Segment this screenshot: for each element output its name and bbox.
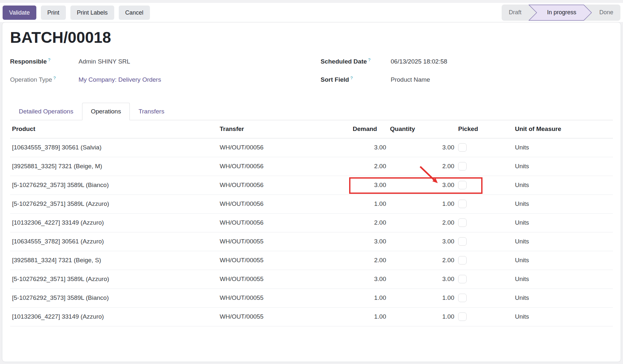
tab-operations[interactable]: Operations bbox=[82, 103, 130, 120]
quantity-cell[interactable]: 3.00 bbox=[388, 176, 456, 194]
transfer-cell[interactable]: WH/OUT/00055 bbox=[218, 288, 351, 307]
demand-cell[interactable]: 1.00 bbox=[351, 194, 388, 213]
sort-field-value[interactable]: Product Name bbox=[391, 76, 430, 83]
scheduled-date-value[interactable]: 06/13/2025 18:02:58 bbox=[391, 58, 447, 65]
demand-cell[interactable]: 2.00 bbox=[351, 213, 388, 232]
uom-cell[interactable]: Units bbox=[513, 194, 613, 213]
product-cell[interactable]: [5-10276292_3573] 3589L (Bianco) bbox=[10, 288, 218, 307]
table-row[interactable]: [10634555_3782] 30561 (Azzuro)WH/OUT/000… bbox=[10, 232, 613, 251]
print-labels-button[interactable]: Print Labels bbox=[70, 6, 114, 20]
col-header-quantity[interactable]: Quantity bbox=[388, 120, 456, 138]
operations-table: Product Transfer Demand Quantity Picked … bbox=[10, 120, 613, 326]
quantity-cell[interactable]: 1.00 bbox=[388, 194, 456, 213]
transfer-cell[interactable]: WH/OUT/00056 bbox=[218, 138, 351, 157]
transfer-cell[interactable]: WH/OUT/00055 bbox=[218, 251, 351, 270]
uom-cell[interactable]: Units bbox=[513, 176, 613, 194]
uom-cell[interactable]: Units bbox=[513, 270, 613, 288]
product-cell[interactable]: [10132306_4227] 33149 (Azzuro) bbox=[10, 307, 218, 326]
quantity-cell[interactable]: 2.00 bbox=[388, 213, 456, 232]
product-cell[interactable]: [5-10276292_3573] 3589L (Bianco) bbox=[10, 176, 218, 194]
picked-cell bbox=[456, 176, 513, 194]
transfer-cell[interactable]: WH/OUT/00056 bbox=[218, 194, 351, 213]
batch-form-card: BATCH/00018 Responsible? Admin SHINY SRL… bbox=[2, 22, 621, 362]
table-row[interactable]: [3925881_3324] 7321 (Beige, S)WH/OUT/000… bbox=[10, 251, 613, 270]
tab-transfers[interactable]: Transfers bbox=[130, 103, 173, 120]
demand-cell[interactable]: 3.00 bbox=[351, 176, 388, 194]
picked-checkbox[interactable] bbox=[458, 312, 467, 321]
picked-checkbox[interactable] bbox=[458, 294, 467, 302]
uom-cell[interactable]: Units bbox=[513, 307, 613, 326]
col-header-uom[interactable]: Unit of Measure bbox=[513, 120, 613, 138]
form-fields: Responsible? Admin SHINY SRL Operation T… bbox=[10, 57, 613, 94]
picked-checkbox[interactable] bbox=[458, 237, 467, 246]
table-row[interactable]: [10132306_4227] 33149 (Azzuro)WH/OUT/000… bbox=[10, 307, 613, 326]
uom-cell[interactable]: Units bbox=[513, 213, 613, 232]
fields-right-column: Scheduled Date? 06/13/2025 18:02:58 Sort… bbox=[312, 57, 613, 94]
uom-cell[interactable]: Units bbox=[513, 251, 613, 270]
product-cell[interactable]: [3925881_3325] 7321 (Beige, M) bbox=[10, 157, 218, 176]
operation-type-link[interactable]: My Company: Delivery Orders bbox=[79, 76, 161, 83]
demand-cell[interactable]: 1.00 bbox=[351, 288, 388, 307]
uom-cell[interactable]: Units bbox=[513, 288, 613, 307]
table-row[interactable]: [5-10276292_3571] 3589L (Azzuro)WH/OUT/0… bbox=[10, 270, 613, 288]
demand-cell[interactable]: 3.00 bbox=[351, 138, 388, 157]
responsible-value[interactable]: Admin SHINY SRL bbox=[79, 58, 130, 65]
picked-checkbox[interactable] bbox=[458, 275, 467, 283]
field-responsible: Responsible? Admin SHINY SRL bbox=[10, 57, 312, 67]
quantity-cell[interactable]: 3.00 bbox=[388, 270, 456, 288]
table-row[interactable]: [5-10276292_3571] 3589L (Azzuro)WH/OUT/0… bbox=[10, 194, 613, 213]
table-row[interactable]: [5-10276292_3573] 3589L (Bianco)WH/OUT/0… bbox=[10, 176, 613, 194]
col-header-demand[interactable]: Demand bbox=[351, 120, 388, 138]
picked-checkbox[interactable] bbox=[458, 200, 467, 208]
demand-cell[interactable]: 3.00 bbox=[351, 232, 388, 251]
table-row[interactable]: [10634555_3789] 30561 (Salvia)WH/OUT/000… bbox=[10, 138, 613, 157]
status-step-draft[interactable]: Draft bbox=[502, 9, 529, 16]
print-button[interactable]: Print bbox=[41, 6, 66, 20]
picked-checkbox[interactable] bbox=[458, 218, 467, 227]
quantity-cell[interactable]: 3.00 bbox=[388, 138, 456, 157]
quantity-cell[interactable]: 1.00 bbox=[388, 288, 456, 307]
table-row[interactable]: [10132306_4227] 33149 (Azzuro)WH/OUT/000… bbox=[10, 213, 613, 232]
transfer-cell[interactable]: WH/OUT/00056 bbox=[218, 213, 351, 232]
status-step-in-progress[interactable]: In progress bbox=[529, 5, 592, 21]
demand-cell[interactable]: 2.00 bbox=[351, 157, 388, 176]
picked-checkbox[interactable] bbox=[458, 256, 467, 264]
transfer-cell[interactable]: WH/OUT/00055 bbox=[218, 307, 351, 326]
product-cell[interactable]: [10634555_3782] 30561 (Azzuro) bbox=[10, 232, 218, 251]
operations-table-body: [10634555_3789] 30561 (Salvia)WH/OUT/000… bbox=[10, 138, 613, 326]
cancel-button[interactable]: Cancel bbox=[119, 6, 150, 20]
col-header-product[interactable]: Product bbox=[10, 120, 218, 138]
quantity-cell[interactable]: 3.00 bbox=[388, 232, 456, 251]
transfer-cell[interactable]: WH/OUT/00055 bbox=[218, 232, 351, 251]
product-cell[interactable]: [10634555_3789] 30561 (Salvia) bbox=[10, 138, 218, 157]
product-cell[interactable]: [10132306_4227] 33149 (Azzuro) bbox=[10, 213, 218, 232]
quantity-cell[interactable]: 1.00 bbox=[388, 307, 456, 326]
responsible-label: Responsible? bbox=[10, 57, 79, 65]
quantity-cell[interactable]: 2.00 bbox=[388, 157, 456, 176]
transfer-cell[interactable]: WH/OUT/00056 bbox=[218, 176, 351, 194]
product-cell[interactable]: [5-10276292_3571] 3589L (Azzuro) bbox=[10, 194, 218, 213]
validate-button[interactable]: Validate bbox=[3, 6, 36, 20]
picked-checkbox[interactable] bbox=[458, 143, 467, 152]
product-cell[interactable]: [3925881_3324] 7321 (Beige, S) bbox=[10, 251, 218, 270]
table-row[interactable]: [3925881_3325] 7321 (Beige, M)WH/OUT/000… bbox=[10, 157, 613, 176]
demand-cell[interactable]: 2.00 bbox=[351, 251, 388, 270]
product-cell[interactable]: [5-10276292_3571] 3589L (Azzuro) bbox=[10, 270, 218, 288]
page-title: BATCH/00018 bbox=[10, 22, 613, 46]
picked-checkbox[interactable] bbox=[458, 181, 467, 189]
col-header-transfer[interactable]: Transfer bbox=[218, 120, 351, 138]
uom-cell[interactable]: Units bbox=[513, 157, 613, 176]
tab-detailed-operations[interactable]: Detailed Operations bbox=[10, 103, 82, 120]
table-row[interactable]: [5-10276292_3573] 3589L (Bianco)WH/OUT/0… bbox=[10, 288, 613, 307]
transfer-cell[interactable]: WH/OUT/00055 bbox=[218, 270, 351, 288]
demand-cell[interactable]: 1.00 bbox=[351, 307, 388, 326]
status-step-done[interactable]: Done bbox=[592, 9, 620, 16]
demand-cell[interactable]: 3.00 bbox=[351, 270, 388, 288]
uom-cell[interactable]: Units bbox=[513, 138, 613, 157]
quantity-cell[interactable]: 2.00 bbox=[388, 251, 456, 270]
uom-cell[interactable]: Units bbox=[513, 232, 613, 251]
transfer-cell[interactable]: WH/OUT/00056 bbox=[218, 157, 351, 176]
picked-checkbox[interactable] bbox=[458, 162, 467, 170]
picked-cell bbox=[456, 288, 513, 307]
col-header-picked[interactable]: Picked bbox=[456, 120, 513, 138]
